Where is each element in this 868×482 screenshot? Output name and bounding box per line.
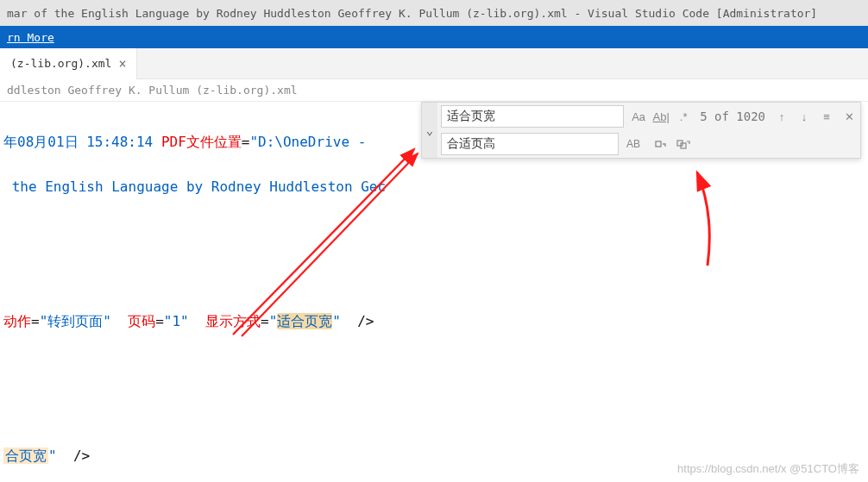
preserve-case-icon[interactable]: AB xyxy=(624,135,643,153)
chevron-down-icon: ⌄ xyxy=(426,123,433,137)
toggle-replace-button[interactable]: ⌄ xyxy=(422,103,437,158)
replace-all-icon[interactable] xyxy=(674,135,693,153)
match-case-icon[interactable]: Aa xyxy=(629,107,648,126)
watermark: https://blog.csdn.net/x @51CTO博客 xyxy=(677,461,859,477)
breadcrumb[interactable]: ddleston Geoffrey K. Pullum (z-lib.org).… xyxy=(0,79,868,102)
close-icon[interactable]: × xyxy=(118,56,126,72)
tab-file[interactable]: (z-lib.org).xml × xyxy=(0,48,137,79)
tab-strip: (z-lib.org).xml × xyxy=(0,48,868,79)
next-match-icon[interactable]: ↓ xyxy=(795,107,814,126)
result-count: 5 of 1020 xyxy=(695,110,771,123)
prev-match-icon[interactable]: ↑ xyxy=(772,107,791,126)
find-replace-widget: ⌄ Aa Ab| .* 5 of 1020 ↑ ↓ ≡ ✕ AB xyxy=(421,102,861,159)
notification-bar: rn More xyxy=(0,26,868,48)
replace-input[interactable] xyxy=(441,133,619,155)
learn-more-link[interactable]: rn More xyxy=(7,31,54,44)
svg-rect-0 xyxy=(656,141,661,147)
code-editor[interactable]: 年08月01日 15:48:14 PDF文件位置="D:\OneDrive - … xyxy=(0,102,868,482)
regex-icon[interactable]: .* xyxy=(674,107,693,126)
search-input[interactable] xyxy=(441,105,624,128)
editor-area: ⌄ Aa Ab| .* 5 of 1020 ↑ ↓ ≡ ✕ AB xyxy=(0,102,868,482)
breadcrumb-text: ddleston Geoffrey K. Pullum (z-lib.org).… xyxy=(7,84,298,97)
replace-one-icon[interactable] xyxy=(651,135,670,153)
window-title-bar: mar of the English Language by Rodney Hu… xyxy=(0,0,868,26)
close-find-icon[interactable]: ✕ xyxy=(840,107,859,126)
find-in-selection-icon[interactable]: ≡ xyxy=(817,107,836,126)
window-title: mar of the English Language by Rodney Hu… xyxy=(7,7,817,20)
match-whole-word-icon[interactable]: Ab| xyxy=(651,107,670,126)
tab-label: (z-lib.org).xml xyxy=(10,57,111,70)
